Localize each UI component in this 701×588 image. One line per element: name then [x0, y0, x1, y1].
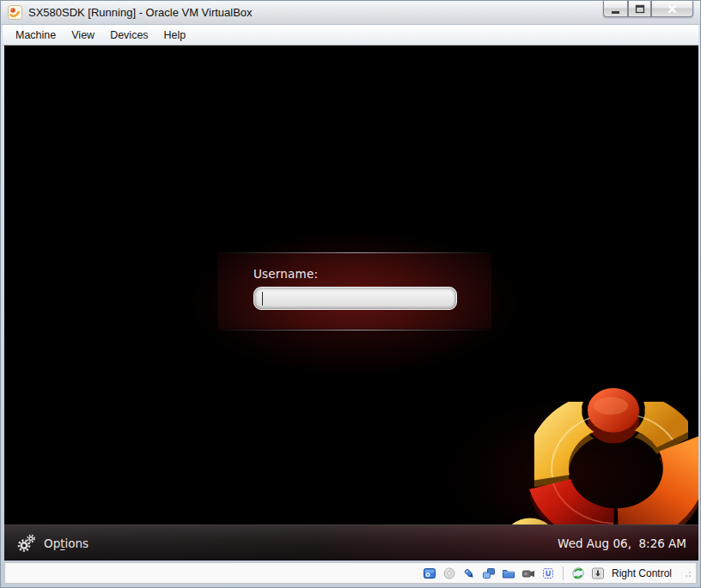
- options-label-suffix: ions: [65, 536, 89, 550]
- optical-disc-icon[interactable]: [442, 566, 457, 581]
- usb-icon[interactable]: [461, 566, 477, 581]
- options-label: Options: [44, 536, 88, 550]
- statusbar-separator: [563, 567, 564, 580]
- features-icon[interactable]: U: [540, 566, 556, 581]
- menu-view[interactable]: View: [64, 25, 102, 45]
- mouse-integration-icon[interactable]: [570, 566, 586, 581]
- clock: Wed Aug 06, 8:26 AM: [558, 536, 686, 550]
- username-input[interactable]: [254, 288, 456, 309]
- window-controls: [603, 1, 693, 17]
- features-glyph: U: [546, 569, 551, 578]
- menu-view-label: View: [71, 29, 94, 41]
- username-label: Username:: [253, 267, 318, 281]
- panel-top-line: [216, 252, 493, 253]
- status-bar: U Right Control: [4, 562, 697, 584]
- minimize-icon: [612, 11, 619, 14]
- virtualbox-window: SX580SDK [Running] - Oracle VM VirtualBo…: [0, 0, 701, 588]
- options-button[interactable]: Options: [16, 533, 88, 554]
- text-caret: [262, 292, 263, 306]
- minimize-button[interactable]: [603, 1, 628, 17]
- shared-folders-icon[interactable]: [501, 566, 516, 581]
- menu-devices[interactable]: Devices: [102, 25, 155, 45]
- menu-bar: Machine View Devices Help: [3, 25, 698, 45]
- host-key-label: Right Control: [612, 567, 672, 579]
- options-label-prefix: Op: [44, 536, 60, 550]
- video-capture-icon[interactable]: [521, 566, 536, 581]
- network-icon[interactable]: [481, 566, 497, 581]
- menu-help-label: Help: [164, 29, 186, 41]
- menu-help[interactable]: Help: [156, 25, 194, 45]
- menu-devices-label: Devices: [110, 29, 148, 41]
- hard-disk-icon[interactable]: [422, 566, 437, 581]
- panel-bottom-line: [216, 330, 493, 330]
- maximize-icon: [635, 4, 645, 14]
- menu-machine-label: Machine: [15, 29, 56, 41]
- gears-icon: [16, 533, 38, 554]
- title-bar[interactable]: SX580SDK [Running] - Oracle VM VirtualBo…: [1, 1, 700, 25]
- login-panel: Username:: [218, 253, 491, 329]
- guest-screen[interactable]: Username: Options Wed Aug 06, 8:26 AM: [4, 45, 698, 561]
- session-bar: Options Wed Aug 06, 8:26 AM: [4, 524, 698, 561]
- close-button[interactable]: [651, 1, 693, 17]
- maximize-button[interactable]: [628, 1, 651, 17]
- menu-machine[interactable]: Machine: [8, 25, 64, 45]
- resize-grip[interactable]: [683, 569, 692, 578]
- close-icon: [667, 3, 678, 15]
- window-title: SX580SDK [Running] - Oracle VM VirtualBo…: [28, 6, 253, 19]
- virtualbox-app-icon: [8, 5, 22, 20]
- username-field-frame: [253, 287, 457, 310]
- host-key-icon[interactable]: [590, 566, 606, 581]
